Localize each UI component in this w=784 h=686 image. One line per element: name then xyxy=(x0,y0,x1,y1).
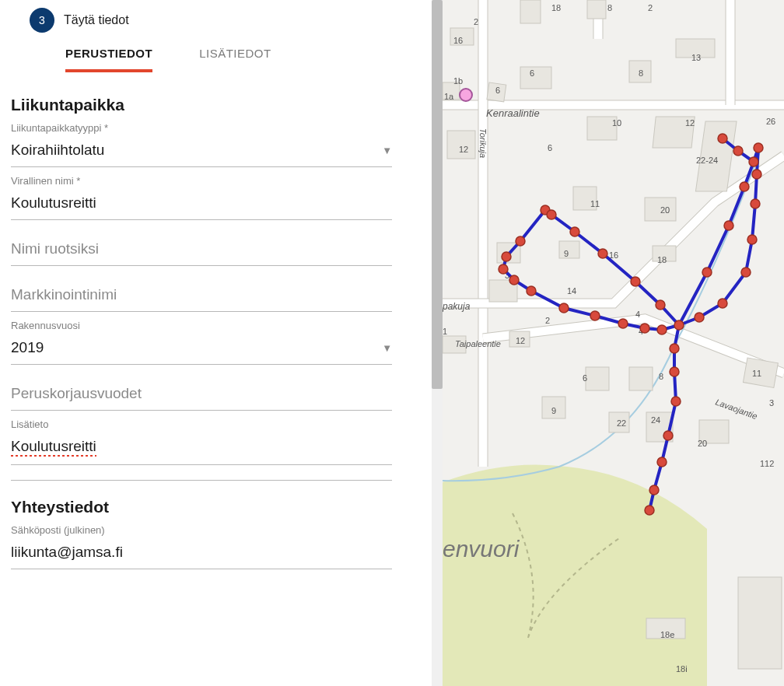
svg-point-85 xyxy=(657,457,667,467)
svg-point-105 xyxy=(733,146,743,156)
svg-point-76 xyxy=(590,311,600,320)
map-panel[interactable]: Kenraalintie Torikuja pakuja Taipaleenti… xyxy=(443,0,784,686)
svg-point-80 xyxy=(674,320,684,330)
svg-point-78 xyxy=(640,324,649,333)
svg-point-92 xyxy=(656,300,665,310)
svg-text:8: 8 xyxy=(639,68,643,78)
svg-point-70 xyxy=(516,236,525,246)
svg-rect-2 xyxy=(587,0,606,19)
street-label-taipaleentie: Taipaleentie xyxy=(455,339,501,348)
svg-text:2: 2 xyxy=(545,316,550,325)
svg-text:20: 20 xyxy=(660,205,670,215)
tab-extra-info[interactable]: LISÄTIEDOT xyxy=(199,47,271,72)
svg-point-103 xyxy=(695,313,704,322)
svg-text:22: 22 xyxy=(617,418,626,428)
input-marketing-name-placeholder: Markkinointinimi xyxy=(11,286,392,303)
input-marketing-name[interactable]: Markkinointinimi xyxy=(11,282,392,312)
street-label-kenraalintie: Kenraalintie xyxy=(486,107,540,119)
svg-point-94 xyxy=(724,221,733,230)
svg-text:12: 12 xyxy=(685,118,695,128)
svg-rect-21 xyxy=(629,367,653,390)
scrollbar-thumb[interactable] xyxy=(432,0,443,389)
input-email-value: liikunta@jamsa.fi xyxy=(11,544,392,561)
svg-point-101 xyxy=(741,268,751,277)
svg-text:26: 26 xyxy=(766,117,775,126)
svg-point-95 xyxy=(740,182,749,191)
svg-text:12: 12 xyxy=(516,336,525,345)
wizard-step-row: 3 Täytä tiedot xyxy=(30,8,402,33)
svg-text:18: 18 xyxy=(551,3,561,12)
svg-text:9: 9 xyxy=(551,406,556,415)
left-panel-scrollbar[interactable] xyxy=(432,0,443,686)
map-svg[interactable]: Kenraalintie Torikuja pakuja Taipaleenti… xyxy=(443,0,784,686)
svg-text:16: 16 xyxy=(453,36,463,45)
svg-text:18e: 18e xyxy=(660,630,674,639)
input-name-swedish[interactable]: Nimi ruotsiksi xyxy=(11,236,392,266)
svg-text:4: 4 xyxy=(635,310,640,319)
svg-text:12: 12 xyxy=(459,145,468,154)
svg-text:22-24: 22-24 xyxy=(696,156,718,165)
chevron-down-icon: ▼ xyxy=(382,145,392,156)
svg-point-72 xyxy=(499,264,508,274)
svg-point-74 xyxy=(527,286,536,296)
svg-point-71 xyxy=(502,252,511,261)
svg-text:1: 1 xyxy=(443,327,447,336)
svg-text:6: 6 xyxy=(548,143,552,152)
input-official-name[interactable]: Koulutusreitti xyxy=(11,190,392,220)
label-type: Liikuntapaikkatyyppi * xyxy=(11,122,421,134)
svg-point-84 xyxy=(663,431,673,440)
label-build-year: Rakennusvuosi xyxy=(11,320,421,331)
point-marker[interactable] xyxy=(460,89,472,101)
svg-text:1a: 1a xyxy=(444,92,454,101)
svg-text:2: 2 xyxy=(648,3,653,12)
step-badge: 3 xyxy=(30,8,54,33)
input-renovation-years[interactable]: Peruskorjausvuodet xyxy=(11,380,392,411)
svg-text:8: 8 xyxy=(659,372,663,381)
svg-point-88 xyxy=(547,210,556,219)
svg-rect-20 xyxy=(586,367,609,390)
svg-point-79 xyxy=(657,325,667,334)
form-panel: 3 Täytä tiedot PERUSTIEDOT LISÄTIEDOT Li… xyxy=(0,0,432,686)
label-note: Lisätieto xyxy=(11,418,421,430)
select-type-value: Koirahiihtolatu xyxy=(11,142,382,159)
svg-point-87 xyxy=(645,506,654,515)
street-label-lavaojantie: Lavaojantie xyxy=(714,397,758,422)
svg-rect-11 xyxy=(559,241,579,258)
svg-point-96 xyxy=(749,157,758,166)
street-label-pakuja: pakuja xyxy=(443,301,471,312)
svg-text:13: 13 xyxy=(691,53,701,62)
svg-point-75 xyxy=(559,303,569,313)
label-email: Sähköposti (julkinen) xyxy=(11,524,421,536)
svg-text:11: 11 xyxy=(590,199,600,208)
select-build-year[interactable]: 2019 ▼ xyxy=(11,334,392,365)
svg-point-99 xyxy=(751,199,760,208)
chevron-down-icon: ▼ xyxy=(382,342,392,354)
svg-text:10: 10 xyxy=(612,118,621,128)
svg-point-81 xyxy=(670,344,679,353)
tab-basic-info[interactable]: PERUSTIEDOT xyxy=(65,47,152,72)
section-title-contact: Yhteystiedot xyxy=(11,498,421,516)
svg-point-97 xyxy=(754,143,763,152)
svg-text:2: 2 xyxy=(474,17,478,26)
input-official-name-value: Koulutusreitti xyxy=(11,194,392,212)
svg-rect-5 xyxy=(520,67,551,89)
svg-point-83 xyxy=(671,397,681,406)
svg-text:24: 24 xyxy=(651,415,660,425)
svg-text:18: 18 xyxy=(657,255,667,264)
svg-text:18i: 18i xyxy=(676,664,688,674)
map-place-label: envuori xyxy=(443,536,520,562)
svg-point-100 xyxy=(747,235,757,244)
svg-point-102 xyxy=(718,299,727,308)
svg-text:11: 11 xyxy=(752,369,761,378)
input-email[interactable]: liikunta@jamsa.fi xyxy=(11,539,392,569)
input-note-value: Koulutusreitti xyxy=(11,438,96,457)
svg-text:1b: 1b xyxy=(453,76,463,86)
input-note[interactable]: Koulutusreitti xyxy=(11,433,392,465)
input-renovation-years-placeholder: Peruskorjausvuodet xyxy=(11,385,392,402)
select-type[interactable]: Koirahiihtolatu ▼ xyxy=(11,137,392,167)
app-root: 3 Täytä tiedot PERUSTIEDOT LISÄTIEDOT Li… xyxy=(0,0,784,686)
input-name-swedish-placeholder: Nimi ruotsiksi xyxy=(11,240,392,257)
svg-text:112: 112 xyxy=(760,459,774,468)
svg-text:8: 8 xyxy=(607,3,612,12)
street-label-torikuja: Torikuja xyxy=(478,128,488,158)
